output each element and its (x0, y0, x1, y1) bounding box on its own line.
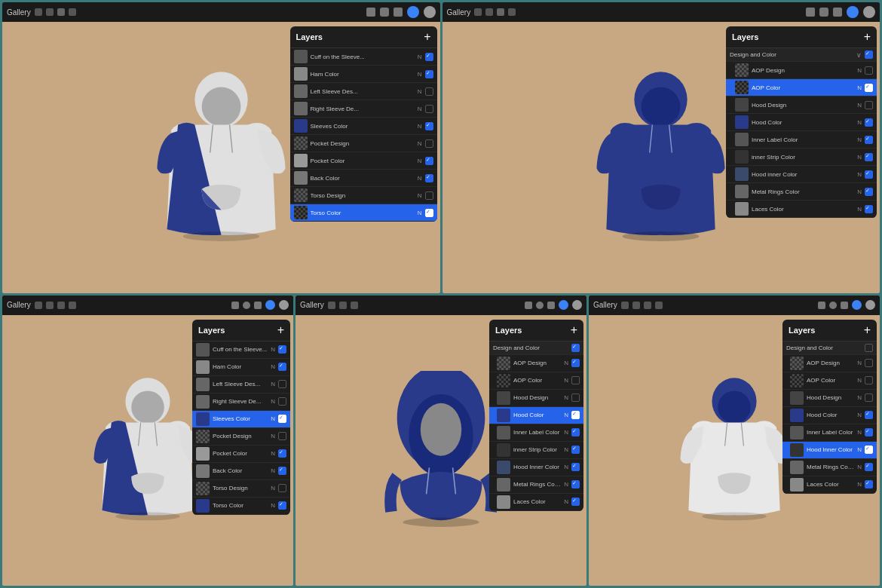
lc[interactable] (865, 463, 873, 471)
li-aopcolor[interactable]: AOP ColorN (726, 79, 877, 96)
lc[interactable] (425, 53, 433, 61)
lc[interactable] (865, 359, 873, 367)
li[interactable]: Laces ColorN (782, 476, 877, 494)
li[interactable]: Metal Rings ColorN (782, 459, 877, 476)
icon3-br[interactable] (644, 302, 651, 309)
li[interactable]: Cuff on the Sleeve...N (192, 341, 290, 359)
color-tr[interactable] (847, 6, 859, 18)
gallery-br[interactable]: Gallery (593, 301, 617, 309)
li-hoodcolor[interactable]: Hood ColorN (726, 114, 877, 131)
li[interactable]: AOP ColorN (489, 372, 583, 390)
c2-bl[interactable] (279, 300, 289, 310)
icon-s-tl[interactable] (57, 8, 65, 16)
lc[interactable] (571, 480, 580, 488)
lc[interactable] (865, 118, 873, 127)
lc[interactable] (571, 428, 580, 436)
b2-br[interactable] (829, 302, 837, 309)
lc[interactable] (865, 394, 873, 402)
lc[interactable] (865, 66, 873, 75)
lc[interactable] (425, 105, 433, 113)
lc[interactable] (425, 139, 433, 148)
icon-wrench-tr[interactable] (474, 8, 482, 16)
lc[interactable] (278, 449, 286, 458)
icon2-br[interactable] (632, 302, 640, 309)
layers-add-br[interactable]: + (864, 323, 871, 337)
li[interactable]: Left Sleeve Des...N (192, 376, 290, 394)
icon1-bc[interactable] (328, 302, 335, 309)
lc[interactable] (571, 446, 580, 454)
icon-pen-tl[interactable] (69, 8, 76, 16)
lc[interactable] (278, 397, 286, 406)
lc[interactable] (865, 188, 873, 196)
lc[interactable] (278, 415, 286, 423)
b3-bc[interactable] (547, 302, 555, 309)
li-hooddesign[interactable]: Hood DesignN (726, 96, 877, 114)
b3-bl[interactable] (254, 302, 262, 309)
lc[interactable] (865, 84, 873, 92)
lc[interactable] (425, 174, 433, 182)
icon3-bc[interactable] (351, 302, 358, 309)
li-ham[interactable]: Ham ColorN (290, 66, 437, 83)
li[interactable]: Pocket ColorN (192, 446, 290, 463)
lc[interactable] (278, 484, 286, 492)
li[interactable]: Metal Rings ColorN (489, 476, 583, 494)
c2-bc[interactable] (572, 300, 582, 310)
gc-bc[interactable] (571, 344, 580, 352)
li-rightsleeve[interactable]: Right Sleeve De...N (290, 100, 437, 118)
b2-bc[interactable] (536, 302, 544, 309)
li-torsocolor[interactable]: Torso ColorN (290, 204, 437, 222)
li-backcolor[interactable]: Back ColorN (290, 170, 437, 187)
lc[interactable] (571, 411, 580, 419)
lc[interactable] (278, 467, 286, 475)
layers-add-tr[interactable]: + (864, 30, 871, 44)
lc[interactable] (425, 209, 433, 217)
lc[interactable] (425, 70, 433, 78)
li[interactable]: Hood DesignN (489, 390, 583, 407)
gc-br[interactable] (865, 344, 873, 352)
gallery-bc[interactable]: Gallery (300, 301, 324, 309)
li-sleevescolor[interactable]: Sleeves ColorN (290, 118, 437, 135)
icon2-bc[interactable] (339, 302, 347, 309)
group-check-tr[interactable] (865, 51, 873, 59)
color-tl[interactable] (407, 6, 419, 18)
eraser-tr[interactable] (819, 8, 828, 17)
li[interactable]: Laces ColorN (489, 494, 583, 511)
lc[interactable] (278, 501, 286, 510)
li[interactable]: inner Strip ColorN (489, 442, 583, 459)
gallery-tr[interactable]: Gallery (447, 8, 471, 17)
lc[interactable] (425, 157, 433, 165)
li-innerlabel[interactable]: Inner Label ColorN (726, 131, 877, 149)
layers-add-bc[interactable]: + (571, 323, 577, 337)
icon4-bl[interactable] (69, 302, 76, 309)
lc[interactable] (865, 136, 873, 144)
li[interactable]: Torso ColorN (192, 498, 290, 515)
li-pocketcolor[interactable]: Pocket ColorN (290, 152, 437, 170)
li-aopdesign[interactable]: AOP DesignN (726, 62, 877, 79)
lc[interactable] (278, 432, 286, 440)
li[interactable]: Right Sleeve De...N (192, 394, 290, 411)
li[interactable]: Inner Label ColorN (489, 424, 583, 442)
lc[interactable] (425, 87, 433, 96)
icon4-br[interactable] (655, 302, 663, 309)
c1-bc[interactable] (559, 300, 568, 310)
gallery-tl[interactable]: Gallery (7, 8, 31, 17)
li[interactable]: Pocket DesignN (192, 428, 290, 446)
lc[interactable] (571, 359, 580, 367)
smudge-tr[interactable] (833, 8, 842, 17)
li-active[interactable]: Hood ColorN (489, 407, 583, 424)
li[interactable]: Back ColorN (192, 463, 290, 480)
c1-br[interactable] (852, 300, 862, 310)
b1-bc[interactable] (525, 302, 532, 309)
li-laces[interactable]: Laces ColorN (726, 201, 877, 218)
lc[interactable] (571, 394, 580, 402)
lc[interactable] (571, 498, 580, 506)
group-bc[interactable]: Design and Color (489, 341, 583, 355)
li[interactable]: Inner Label ColorN (782, 424, 877, 442)
lc[interactable] (865, 446, 873, 454)
lc[interactable] (865, 153, 873, 161)
icon3-bl[interactable] (57, 302, 65, 309)
c1-bl[interactable] (265, 300, 275, 310)
icon-select-tr[interactable] (485, 8, 493, 16)
li-active[interactable]: Sleeves ColorN (192, 411, 290, 428)
lc[interactable] (278, 380, 286, 388)
